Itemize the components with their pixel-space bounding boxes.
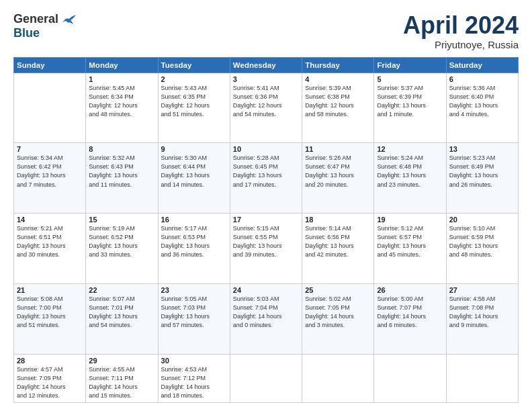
calendar-day-cell: 20Sunrise: 5:10 AM Sunset: 6:59 PM Dayli… bbox=[446, 214, 518, 284]
logo-bird-icon bbox=[61, 13, 76, 26]
day-info: Sunrise: 5:41 AM Sunset: 6:36 PM Dayligh… bbox=[233, 84, 299, 119]
day-info: Sunrise: 5:17 AM Sunset: 6:53 PM Dayligh… bbox=[161, 224, 227, 259]
calendar-day-cell bbox=[14, 73, 86, 143]
calendar-day-cell: 4Sunrise: 5:39 AM Sunset: 6:38 PM Daylig… bbox=[302, 73, 374, 143]
calendar-day-cell bbox=[302, 354, 374, 402]
calendar-day-cell: 6Sunrise: 5:36 AM Sunset: 6:40 PM Daylig… bbox=[446, 73, 518, 143]
day-number: 20 bbox=[449, 216, 515, 224]
day-info: Sunrise: 5:34 AM Sunset: 6:42 PM Dayligh… bbox=[17, 154, 83, 189]
day-number: 6 bbox=[449, 75, 515, 83]
day-number: 16 bbox=[161, 216, 227, 224]
day-info: Sunrise: 5:12 AM Sunset: 6:57 PM Dayligh… bbox=[377, 224, 443, 259]
calendar-table: SundayMondayTuesdayWednesdayThursdayFrid… bbox=[13, 57, 519, 403]
calendar-day-cell bbox=[230, 354, 302, 402]
calendar-day-cell: 19Sunrise: 5:12 AM Sunset: 6:57 PM Dayli… bbox=[374, 214, 446, 284]
calendar-day-cell bbox=[374, 354, 446, 402]
day-info: Sunrise: 5:28 AM Sunset: 6:45 PM Dayligh… bbox=[233, 154, 299, 189]
calendar-day-cell: 27Sunrise: 4:58 AM Sunset: 7:08 PM Dayli… bbox=[446, 283, 518, 354]
day-info: Sunrise: 4:57 AM Sunset: 7:09 PM Dayligh… bbox=[17, 365, 83, 400]
calendar-day-cell: 11Sunrise: 5:26 AM Sunset: 6:47 PM Dayli… bbox=[302, 143, 374, 214]
calendar-day-cell: 29Sunrise: 4:55 AM Sunset: 7:11 PM Dayli… bbox=[86, 354, 158, 402]
calendar-day-cell: 17Sunrise: 5:15 AM Sunset: 6:55 PM Dayli… bbox=[230, 214, 302, 284]
calendar-day-cell: 5Sunrise: 5:37 AM Sunset: 6:39 PM Daylig… bbox=[374, 73, 446, 143]
day-info: Sunrise: 5:21 AM Sunset: 6:51 PM Dayligh… bbox=[17, 224, 83, 259]
calendar-day-cell: 10Sunrise: 5:28 AM Sunset: 6:45 PM Dayli… bbox=[230, 143, 302, 214]
day-number: 23 bbox=[161, 286, 227, 294]
day-info: Sunrise: 5:32 AM Sunset: 6:43 PM Dayligh… bbox=[89, 154, 154, 189]
calendar-day-cell: 22Sunrise: 5:07 AM Sunset: 7:01 PM Dayli… bbox=[86, 283, 158, 354]
day-number: 9 bbox=[161, 145, 227, 153]
day-number: 12 bbox=[377, 145, 443, 153]
calendar-week-row: 1Sunrise: 5:45 AM Sunset: 6:34 PM Daylig… bbox=[14, 73, 519, 143]
day-info: Sunrise: 4:58 AM Sunset: 7:08 PM Dayligh… bbox=[449, 295, 515, 330]
day-number: 30 bbox=[161, 357, 227, 365]
day-info: Sunrise: 4:55 AM Sunset: 7:11 PM Dayligh… bbox=[89, 365, 154, 400]
calendar-day-cell: 7Sunrise: 5:34 AM Sunset: 6:42 PM Daylig… bbox=[14, 143, 86, 214]
day-number: 5 bbox=[377, 75, 443, 83]
calendar-day-cell: 15Sunrise: 5:19 AM Sunset: 6:52 PM Dayli… bbox=[86, 214, 158, 284]
day-number: 1 bbox=[89, 75, 154, 83]
day-number: 2 bbox=[161, 75, 227, 83]
day-info: Sunrise: 5:24 AM Sunset: 6:48 PM Dayligh… bbox=[377, 154, 443, 189]
logo: General Blue bbox=[13, 12, 76, 40]
day-number: 13 bbox=[449, 145, 515, 153]
day-number: 8 bbox=[89, 145, 154, 153]
day-number: 22 bbox=[89, 286, 154, 294]
calendar-day-cell: 28Sunrise: 4:57 AM Sunset: 7:09 PM Dayli… bbox=[14, 354, 86, 402]
calendar-week-row: 28Sunrise: 4:57 AM Sunset: 7:09 PM Dayli… bbox=[14, 354, 519, 402]
header: General Blue April 2024 Priyutnoye, Russ… bbox=[13, 12, 519, 50]
calendar-day-header: Tuesday bbox=[158, 57, 230, 73]
day-info: Sunrise: 5:08 AM Sunset: 7:00 PM Dayligh… bbox=[17, 295, 83, 330]
calendar-day-cell: 8Sunrise: 5:32 AM Sunset: 6:43 PM Daylig… bbox=[86, 143, 158, 214]
day-info: Sunrise: 5:00 AM Sunset: 7:07 PM Dayligh… bbox=[377, 295, 443, 330]
day-info: Sunrise: 5:45 AM Sunset: 6:34 PM Dayligh… bbox=[89, 84, 154, 119]
day-number: 10 bbox=[233, 145, 299, 153]
day-info: Sunrise: 5:19 AM Sunset: 6:52 PM Dayligh… bbox=[89, 224, 154, 259]
day-info: Sunrise: 5:37 AM Sunset: 6:39 PM Dayligh… bbox=[377, 84, 443, 119]
calendar-day-cell: 12Sunrise: 5:24 AM Sunset: 6:48 PM Dayli… bbox=[374, 143, 446, 214]
day-number: 14 bbox=[17, 216, 83, 224]
day-info: Sunrise: 5:07 AM Sunset: 7:01 PM Dayligh… bbox=[89, 295, 154, 330]
day-number: 28 bbox=[17, 357, 83, 365]
day-number: 7 bbox=[17, 145, 83, 153]
calendar-day-cell: 26Sunrise: 5:00 AM Sunset: 7:07 PM Dayli… bbox=[374, 283, 446, 354]
calendar-day-cell: 9Sunrise: 5:30 AM Sunset: 6:44 PM Daylig… bbox=[158, 143, 230, 214]
calendar-day-cell: 13Sunrise: 5:23 AM Sunset: 6:49 PM Dayli… bbox=[446, 143, 518, 214]
day-number: 21 bbox=[17, 286, 83, 294]
day-number: 25 bbox=[305, 286, 371, 294]
calendar-day-cell: 24Sunrise: 5:03 AM Sunset: 7:04 PM Dayli… bbox=[230, 283, 302, 354]
calendar-day-header: Saturday bbox=[446, 57, 518, 73]
day-number: 11 bbox=[305, 145, 371, 153]
calendar-day-cell: 14Sunrise: 5:21 AM Sunset: 6:51 PM Dayli… bbox=[14, 214, 86, 284]
day-info: Sunrise: 5:10 AM Sunset: 6:59 PM Dayligh… bbox=[449, 224, 515, 259]
day-info: Sunrise: 5:05 AM Sunset: 7:03 PM Dayligh… bbox=[161, 295, 227, 330]
calendar-day-cell: 23Sunrise: 5:05 AM Sunset: 7:03 PM Dayli… bbox=[158, 283, 230, 354]
calendar-day-header: Thursday bbox=[302, 57, 374, 73]
logo-general-text: General bbox=[13, 12, 58, 26]
calendar-day-cell: 21Sunrise: 5:08 AM Sunset: 7:00 PM Dayli… bbox=[14, 283, 86, 354]
day-number: 24 bbox=[233, 286, 299, 294]
day-number: 17 bbox=[233, 216, 299, 224]
day-number: 29 bbox=[89, 357, 154, 365]
page: General Blue April 2024 Priyutnoye, Russ… bbox=[0, 0, 532, 411]
calendar-day-cell: 25Sunrise: 5:02 AM Sunset: 7:05 PM Dayli… bbox=[302, 283, 374, 354]
day-number: 3 bbox=[233, 75, 299, 83]
calendar-day-cell: 30Sunrise: 4:53 AM Sunset: 7:12 PM Dayli… bbox=[158, 354, 230, 402]
calendar-day-cell: 3Sunrise: 5:41 AM Sunset: 6:36 PM Daylig… bbox=[230, 73, 302, 143]
day-info: Sunrise: 5:14 AM Sunset: 6:56 PM Dayligh… bbox=[305, 224, 371, 259]
day-info: Sunrise: 5:03 AM Sunset: 7:04 PM Dayligh… bbox=[233, 295, 299, 330]
calendar-week-row: 14Sunrise: 5:21 AM Sunset: 6:51 PM Dayli… bbox=[14, 214, 519, 284]
calendar-day-header: Wednesday bbox=[230, 57, 302, 73]
location-subtitle: Priyutnoye, Russia bbox=[403, 39, 519, 50]
calendar-day-cell: 1Sunrise: 5:45 AM Sunset: 6:34 PM Daylig… bbox=[86, 73, 158, 143]
calendar-week-row: 21Sunrise: 5:08 AM Sunset: 7:00 PM Dayli… bbox=[14, 283, 519, 354]
calendar-day-header: Monday bbox=[86, 57, 158, 73]
day-info: Sunrise: 5:23 AM Sunset: 6:49 PM Dayligh… bbox=[449, 154, 515, 189]
day-info: Sunrise: 5:02 AM Sunset: 7:05 PM Dayligh… bbox=[305, 295, 371, 330]
calendar-day-cell: 18Sunrise: 5:14 AM Sunset: 6:56 PM Dayli… bbox=[302, 214, 374, 284]
day-info: Sunrise: 5:36 AM Sunset: 6:40 PM Dayligh… bbox=[449, 84, 515, 119]
day-info: Sunrise: 5:15 AM Sunset: 6:55 PM Dayligh… bbox=[233, 224, 299, 259]
day-number: 15 bbox=[89, 216, 154, 224]
title-block: April 2024 Priyutnoye, Russia bbox=[403, 12, 519, 50]
logo-blue-text: Blue bbox=[13, 26, 40, 40]
